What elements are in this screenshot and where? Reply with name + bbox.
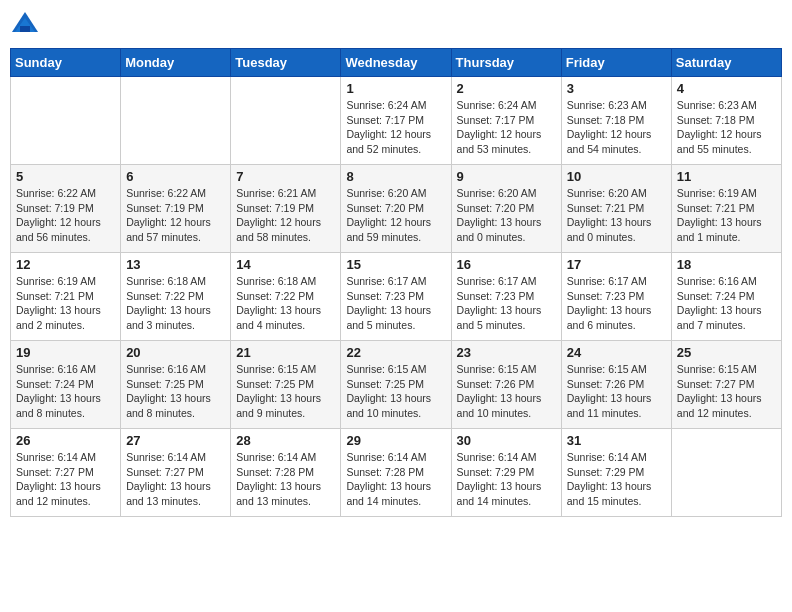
day-cell: 19Sunrise: 6:16 AM Sunset: 7:24 PM Dayli… — [11, 341, 121, 429]
day-cell: 22Sunrise: 6:15 AM Sunset: 7:25 PM Dayli… — [341, 341, 451, 429]
day-number: 15 — [346, 257, 445, 272]
day-number: 19 — [16, 345, 115, 360]
day-info: Sunrise: 6:24 AM Sunset: 7:17 PM Dayligh… — [346, 98, 445, 157]
day-info: Sunrise: 6:20 AM Sunset: 7:20 PM Dayligh… — [346, 186, 445, 245]
day-info: Sunrise: 6:15 AM Sunset: 7:26 PM Dayligh… — [457, 362, 556, 421]
day-number: 13 — [126, 257, 225, 272]
day-cell: 20Sunrise: 6:16 AM Sunset: 7:25 PM Dayli… — [121, 341, 231, 429]
day-cell: 17Sunrise: 6:17 AM Sunset: 7:23 PM Dayli… — [561, 253, 671, 341]
day-info: Sunrise: 6:19 AM Sunset: 7:21 PM Dayligh… — [16, 274, 115, 333]
logo-icon — [10, 10, 40, 40]
day-cell: 24Sunrise: 6:15 AM Sunset: 7:26 PM Dayli… — [561, 341, 671, 429]
day-info: Sunrise: 6:15 AM Sunset: 7:27 PM Dayligh… — [677, 362, 776, 421]
day-cell: 7Sunrise: 6:21 AM Sunset: 7:19 PM Daylig… — [231, 165, 341, 253]
day-info: Sunrise: 6:20 AM Sunset: 7:21 PM Dayligh… — [567, 186, 666, 245]
day-info: Sunrise: 6:15 AM Sunset: 7:26 PM Dayligh… — [567, 362, 666, 421]
day-cell: 2Sunrise: 6:24 AM Sunset: 7:17 PM Daylig… — [451, 77, 561, 165]
day-info: Sunrise: 6:22 AM Sunset: 7:19 PM Dayligh… — [16, 186, 115, 245]
day-cell: 31Sunrise: 6:14 AM Sunset: 7:29 PM Dayli… — [561, 429, 671, 517]
day-cell: 4Sunrise: 6:23 AM Sunset: 7:18 PM Daylig… — [671, 77, 781, 165]
col-header-monday: Monday — [121, 49, 231, 77]
day-info: Sunrise: 6:14 AM Sunset: 7:28 PM Dayligh… — [346, 450, 445, 509]
day-cell — [11, 77, 121, 165]
day-info: Sunrise: 6:14 AM Sunset: 7:28 PM Dayligh… — [236, 450, 335, 509]
day-cell: 26Sunrise: 6:14 AM Sunset: 7:27 PM Dayli… — [11, 429, 121, 517]
day-cell: 10Sunrise: 6:20 AM Sunset: 7:21 PM Dayli… — [561, 165, 671, 253]
day-info: Sunrise: 6:16 AM Sunset: 7:24 PM Dayligh… — [16, 362, 115, 421]
day-number: 12 — [16, 257, 115, 272]
day-cell: 25Sunrise: 6:15 AM Sunset: 7:27 PM Dayli… — [671, 341, 781, 429]
day-info: Sunrise: 6:15 AM Sunset: 7:25 PM Dayligh… — [346, 362, 445, 421]
day-cell — [671, 429, 781, 517]
day-number: 4 — [677, 81, 776, 96]
day-number: 28 — [236, 433, 335, 448]
day-cell: 23Sunrise: 6:15 AM Sunset: 7:26 PM Dayli… — [451, 341, 561, 429]
col-header-tuesday: Tuesday — [231, 49, 341, 77]
day-info: Sunrise: 6:14 AM Sunset: 7:29 PM Dayligh… — [457, 450, 556, 509]
day-info: Sunrise: 6:22 AM Sunset: 7:19 PM Dayligh… — [126, 186, 225, 245]
day-cell: 15Sunrise: 6:17 AM Sunset: 7:23 PM Dayli… — [341, 253, 451, 341]
day-number: 20 — [126, 345, 225, 360]
calendar-header-row: SundayMondayTuesdayWednesdayThursdayFrid… — [11, 49, 782, 77]
day-cell: 6Sunrise: 6:22 AM Sunset: 7:19 PM Daylig… — [121, 165, 231, 253]
day-info: Sunrise: 6:16 AM Sunset: 7:24 PM Dayligh… — [677, 274, 776, 333]
col-header-sunday: Sunday — [11, 49, 121, 77]
day-number: 29 — [346, 433, 445, 448]
day-cell: 30Sunrise: 6:14 AM Sunset: 7:29 PM Dayli… — [451, 429, 561, 517]
day-info: Sunrise: 6:16 AM Sunset: 7:25 PM Dayligh… — [126, 362, 225, 421]
day-number: 10 — [567, 169, 666, 184]
day-cell: 18Sunrise: 6:16 AM Sunset: 7:24 PM Dayli… — [671, 253, 781, 341]
day-cell: 8Sunrise: 6:20 AM Sunset: 7:20 PM Daylig… — [341, 165, 451, 253]
day-info: Sunrise: 6:24 AM Sunset: 7:17 PM Dayligh… — [457, 98, 556, 157]
day-info: Sunrise: 6:14 AM Sunset: 7:27 PM Dayligh… — [126, 450, 225, 509]
day-cell: 16Sunrise: 6:17 AM Sunset: 7:23 PM Dayli… — [451, 253, 561, 341]
day-number: 5 — [16, 169, 115, 184]
logo — [10, 10, 44, 40]
day-cell: 14Sunrise: 6:18 AM Sunset: 7:22 PM Dayli… — [231, 253, 341, 341]
day-number: 1 — [346, 81, 445, 96]
day-number: 21 — [236, 345, 335, 360]
day-info: Sunrise: 6:23 AM Sunset: 7:18 PM Dayligh… — [567, 98, 666, 157]
col-header-saturday: Saturday — [671, 49, 781, 77]
day-cell: 29Sunrise: 6:14 AM Sunset: 7:28 PM Dayli… — [341, 429, 451, 517]
day-cell: 12Sunrise: 6:19 AM Sunset: 7:21 PM Dayli… — [11, 253, 121, 341]
day-number: 22 — [346, 345, 445, 360]
page-header — [10, 10, 782, 40]
day-info: Sunrise: 6:15 AM Sunset: 7:25 PM Dayligh… — [236, 362, 335, 421]
day-info: Sunrise: 6:21 AM Sunset: 7:19 PM Dayligh… — [236, 186, 335, 245]
day-number: 27 — [126, 433, 225, 448]
week-row-1: 1Sunrise: 6:24 AM Sunset: 7:17 PM Daylig… — [11, 77, 782, 165]
week-row-5: 26Sunrise: 6:14 AM Sunset: 7:27 PM Dayli… — [11, 429, 782, 517]
day-info: Sunrise: 6:23 AM Sunset: 7:18 PM Dayligh… — [677, 98, 776, 157]
day-number: 11 — [677, 169, 776, 184]
day-cell: 27Sunrise: 6:14 AM Sunset: 7:27 PM Dayli… — [121, 429, 231, 517]
day-cell: 9Sunrise: 6:20 AM Sunset: 7:20 PM Daylig… — [451, 165, 561, 253]
day-info: Sunrise: 6:14 AM Sunset: 7:29 PM Dayligh… — [567, 450, 666, 509]
day-cell: 5Sunrise: 6:22 AM Sunset: 7:19 PM Daylig… — [11, 165, 121, 253]
day-number: 14 — [236, 257, 335, 272]
day-info: Sunrise: 6:19 AM Sunset: 7:21 PM Dayligh… — [677, 186, 776, 245]
day-number: 17 — [567, 257, 666, 272]
day-number: 25 — [677, 345, 776, 360]
day-cell: 21Sunrise: 6:15 AM Sunset: 7:25 PM Dayli… — [231, 341, 341, 429]
col-header-thursday: Thursday — [451, 49, 561, 77]
week-row-4: 19Sunrise: 6:16 AM Sunset: 7:24 PM Dayli… — [11, 341, 782, 429]
day-number: 9 — [457, 169, 556, 184]
day-cell: 11Sunrise: 6:19 AM Sunset: 7:21 PM Dayli… — [671, 165, 781, 253]
calendar-table: SundayMondayTuesdayWednesdayThursdayFrid… — [10, 48, 782, 517]
day-cell — [121, 77, 231, 165]
day-number: 8 — [346, 169, 445, 184]
week-row-2: 5Sunrise: 6:22 AM Sunset: 7:19 PM Daylig… — [11, 165, 782, 253]
week-row-3: 12Sunrise: 6:19 AM Sunset: 7:21 PM Dayli… — [11, 253, 782, 341]
day-number: 16 — [457, 257, 556, 272]
day-number: 2 — [457, 81, 556, 96]
day-info: Sunrise: 6:20 AM Sunset: 7:20 PM Dayligh… — [457, 186, 556, 245]
svg-rect-2 — [20, 26, 30, 32]
day-number: 7 — [236, 169, 335, 184]
day-info: Sunrise: 6:17 AM Sunset: 7:23 PM Dayligh… — [567, 274, 666, 333]
day-info: Sunrise: 6:18 AM Sunset: 7:22 PM Dayligh… — [126, 274, 225, 333]
day-number: 18 — [677, 257, 776, 272]
day-info: Sunrise: 6:17 AM Sunset: 7:23 PM Dayligh… — [346, 274, 445, 333]
day-info: Sunrise: 6:18 AM Sunset: 7:22 PM Dayligh… — [236, 274, 335, 333]
day-number: 6 — [126, 169, 225, 184]
